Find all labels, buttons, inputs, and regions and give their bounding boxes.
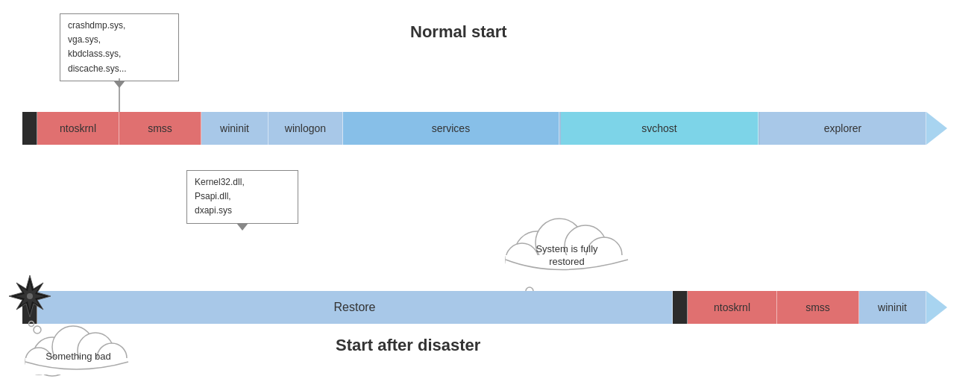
disaster-label: Start after disaster <box>336 336 480 355</box>
seg-services: services <box>343 112 559 145</box>
cloud-bad: Something bad <box>15 321 142 379</box>
svg-point-23 <box>29 322 34 327</box>
explosion-burst <box>4 270 56 325</box>
svg-text:restored: restored <box>549 256 585 267</box>
seg-smss2: smss <box>777 291 859 324</box>
seg-ntoskrnl2: ntoskrnl <box>688 291 777 324</box>
cloud-restored: System is fully restored <box>492 201 641 286</box>
callout-top-box: crashdmp.sys,vga.sys,kbdclass.sys,discac… <box>60 13 179 81</box>
seg-winlogon: winlogon <box>268 112 343 145</box>
normal-start-bar: ntoskrnl smss wininit winlogon services … <box>22 112 947 145</box>
seg-black <box>22 112 37 145</box>
disaster-start-bar: Restore ntoskrnl smss wininit <box>22 291 947 324</box>
callout-bottom-box: Kernel32.dll,Psapi.dll,dxapi.sys <box>186 170 298 224</box>
seg-wininit2: wininit <box>859 291 926 324</box>
arrow-tip-bottom <box>926 291 947 324</box>
callout-top-text: crashdmp.sys,vga.sys,kbdclass.sys,discac… <box>68 20 127 74</box>
svg-point-15 <box>27 293 33 299</box>
diagram-container: Normal start crashdmp.sys,vga.sys,kbdcla… <box>0 0 980 379</box>
svg-text:Something bad: Something bad <box>45 351 110 362</box>
normal-start-label: Normal start <box>410 22 507 42</box>
seg-svchost: svchost <box>561 112 758 145</box>
arrow-tip-top <box>926 112 947 145</box>
seg-dark2 <box>673 291 688 324</box>
seg-ntoskrnl: ntoskrnl <box>37 112 119 145</box>
svg-text:System is fully: System is fully <box>535 243 598 254</box>
svg-point-22 <box>34 326 41 333</box>
seg-restore: Restore <box>37 291 673 324</box>
callout-bottom-text: Kernel32.dll,Psapi.dll,dxapi.sys <box>195 177 245 216</box>
seg-wininit: wininit <box>201 112 268 145</box>
seg-smss: smss <box>119 112 201 145</box>
seg-explorer: explorer <box>760 112 926 145</box>
